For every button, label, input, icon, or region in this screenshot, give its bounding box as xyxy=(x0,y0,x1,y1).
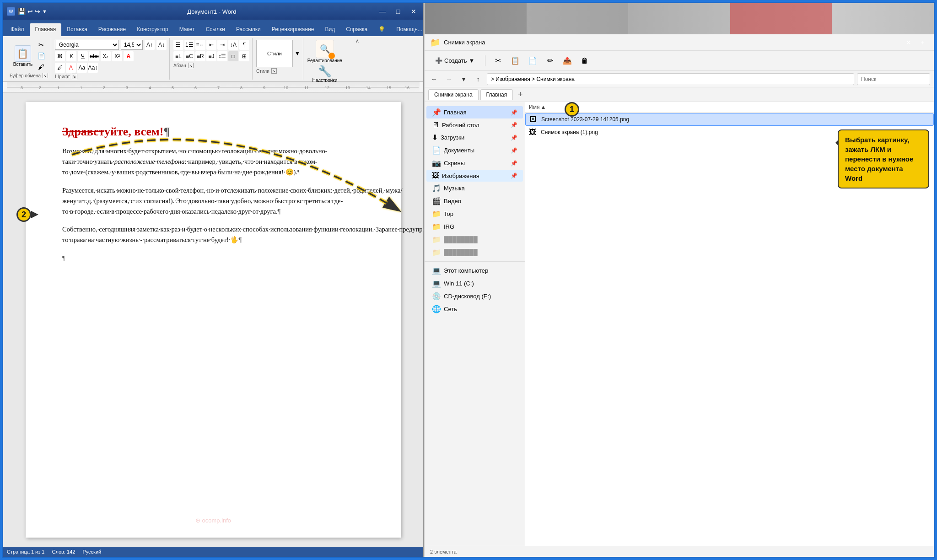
tab-layout[interactable]: Макет xyxy=(174,23,200,36)
tab-review[interactable]: Рецензирование xyxy=(266,23,320,36)
paste-button[interactable]: 📋 Вставить xyxy=(11,43,34,69)
strikethrough-button[interactable]: abc xyxy=(89,51,99,61)
styles-expand[interactable]: ↘ xyxy=(271,68,277,74)
ribbon-collapse-button[interactable]: ∧ xyxy=(355,38,359,44)
tab-search[interactable]: 💡 xyxy=(373,23,391,36)
increase-font-button[interactable]: A↑ xyxy=(145,40,155,50)
clipboard-expand[interactable]: ↘ xyxy=(43,73,48,78)
file-item-1[interactable]: 🖼 Screenshot 2023-07-29 141205.png xyxy=(525,113,934,126)
tab-home[interactable]: Главная xyxy=(30,23,62,36)
create-label: Создать xyxy=(444,57,467,64)
increase-indent-button[interactable]: ⇥ xyxy=(217,40,227,50)
heading-normal: уйте, всем! xyxy=(104,125,163,138)
nav-item-documents[interactable]: 📄 Документы 📌 xyxy=(426,144,523,156)
tab-help[interactable]: Справка xyxy=(340,23,373,36)
font-size-selector[interactable]: 14,5 xyxy=(121,40,143,50)
cut-toolbar-button[interactable]: ✂ xyxy=(491,54,505,68)
decrease-indent-button[interactable]: ⇤ xyxy=(206,40,216,50)
font-format-row: Ж К Ч abc X₂ X² A xyxy=(55,51,167,61)
shading-button[interactable]: □ xyxy=(228,51,238,61)
redo-icon[interactable]: ↪ xyxy=(35,8,40,15)
tab-file[interactable]: Файл xyxy=(5,23,30,36)
search-input[interactable] xyxy=(857,73,930,85)
maximize-button[interactable]: □ xyxy=(392,5,404,17)
justify-button[interactable]: ≡J xyxy=(206,51,216,61)
multilevel-list-button[interactable]: ≡↔ xyxy=(195,40,205,50)
nav-item-blurred2[interactable]: 📁 ████████ xyxy=(426,246,523,258)
nav-item-cd[interactable]: 💿 CD-дисковод (E:) xyxy=(426,290,523,302)
align-left-button[interactable]: ≡L xyxy=(173,51,183,61)
rename-toolbar-button[interactable]: ✏ xyxy=(543,54,557,68)
explorer-add-tab-button[interactable]: + xyxy=(916,37,928,48)
nav-item-music[interactable]: 🎵 Музыка xyxy=(426,182,523,194)
forward-button[interactable]: → xyxy=(443,73,455,85)
tab-insert[interactable]: Вставка xyxy=(61,23,93,36)
nav-item-this-pc[interactable]: 💻 Этот компьютер xyxy=(426,264,523,277)
align-center-button[interactable]: ≡C xyxy=(184,51,194,61)
numbering-button[interactable]: 1☰ xyxy=(184,40,194,50)
recent-locations-button[interactable]: ▾ xyxy=(458,73,469,85)
change-case-button[interactable]: Аа↕ xyxy=(88,63,98,73)
nav-item-blurred1[interactable]: 📁 ████████ xyxy=(426,233,523,246)
nav-item-video[interactable]: 🎬 Видео xyxy=(426,195,523,207)
tab-assist[interactable]: Помощн... xyxy=(391,23,428,36)
nav-item-images[interactable]: 🖼 Изображения 📌 xyxy=(426,170,523,182)
nav-item-desktop[interactable]: 🖥 Рабочий стол 📌 xyxy=(426,119,523,131)
styles-gallery[interactable]: Стили xyxy=(256,40,293,67)
explorer-tab-screenshots[interactable]: Снимки экрана xyxy=(428,89,479,100)
explorer-close-button[interactable]: ✕ xyxy=(903,37,915,48)
highlight-button[interactable]: A xyxy=(124,51,134,61)
line-spacing-button[interactable]: ↕☰ xyxy=(217,51,227,61)
superscript-button[interactable]: X² xyxy=(112,51,122,61)
tab-references[interactable]: Ссылки xyxy=(200,23,231,36)
explorer-tab-home[interactable]: Главная xyxy=(480,89,513,100)
clear-format-button[interactable]: Aa xyxy=(77,63,87,73)
create-icon: ➕ xyxy=(435,57,442,64)
underline-button[interactable]: Ч xyxy=(78,51,88,61)
save-icon[interactable]: 💾 xyxy=(18,8,26,15)
bullets-button[interactable]: ☰ xyxy=(173,40,183,50)
delete-toolbar-button[interactable]: 🗑 xyxy=(578,54,592,68)
minimize-button[interactable]: — xyxy=(377,5,388,17)
share-toolbar-button[interactable]: 📤 xyxy=(560,54,574,68)
subscript-button[interactable]: X₂ xyxy=(101,51,111,61)
copy-toolbar-button[interactable]: 📋 xyxy=(508,54,522,68)
sort-button[interactable]: ↕A xyxy=(228,40,238,50)
up-button[interactable]: ↑ xyxy=(472,73,484,85)
text-highlight-color[interactable]: 🖊 xyxy=(55,63,65,73)
styles-expand-button[interactable]: ▼ xyxy=(295,50,300,57)
format-painter-button[interactable]: 🖌 xyxy=(36,62,46,72)
font-name-selector[interactable]: Georgia xyxy=(55,40,119,50)
tab-mailings[interactable]: Рассылки xyxy=(231,23,266,36)
tab-design[interactable]: Конструктор xyxy=(131,23,173,36)
svg-text:12: 12 xyxy=(325,86,329,90)
create-button[interactable]: ➕ Создать ▼ xyxy=(430,55,479,66)
copy-button[interactable]: 📄 xyxy=(36,51,46,61)
borders-button[interactable]: ⊞ xyxy=(239,51,249,61)
font-expand[interactable]: ↘ xyxy=(72,74,77,79)
nav-item-win11[interactable]: 💻 Win 11 (C:) xyxy=(426,277,523,290)
nav-item-top[interactable]: 📁 Top xyxy=(426,208,523,220)
nav-item-downloads[interactable]: ⬇ Загрузки 📌 xyxy=(426,131,523,144)
name-column-header[interactable]: Имя ▲ xyxy=(529,104,930,110)
tab-view[interactable]: Вид xyxy=(319,23,340,36)
nav-item-screenshots[interactable]: 📷 Скрины 📌 xyxy=(426,157,523,169)
italic-button[interactable]: К xyxy=(66,51,76,61)
nav-item-home[interactable]: 📌 Главная 📌 xyxy=(426,106,523,118)
align-right-button[interactable]: ≡R xyxy=(195,51,205,61)
show-hide-button[interactable]: ¶ xyxy=(239,40,249,50)
paragraph-expand[interactable]: ↘ xyxy=(188,63,194,68)
tab-draw[interactable]: Рисование xyxy=(93,23,131,36)
font-color-button[interactable]: A xyxy=(66,63,76,73)
decrease-font-button[interactable]: A↓ xyxy=(156,40,167,50)
cut-button[interactable]: ✂ xyxy=(36,40,46,50)
nav-item-irg[interactable]: 📁 IRG xyxy=(426,221,523,233)
back-button[interactable]: ← xyxy=(428,73,440,85)
customize-icon[interactable]: ▼ xyxy=(42,9,47,14)
nav-item-network[interactable]: 🌐 Сеть xyxy=(426,303,523,315)
add-tab-button[interactable]: + xyxy=(515,89,526,100)
close-button[interactable]: ✕ xyxy=(408,5,420,17)
bold-button[interactable]: Ж xyxy=(55,51,65,61)
undo-icon[interactable]: ↩ xyxy=(27,8,33,15)
paste-toolbar-button[interactable]: 📄 xyxy=(526,54,539,68)
